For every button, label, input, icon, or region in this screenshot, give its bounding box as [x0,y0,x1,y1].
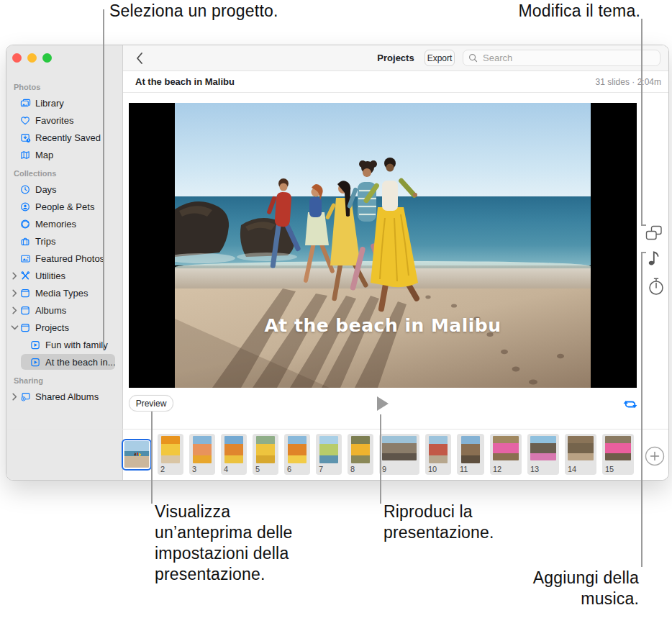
thumbnail-9[interactable]: 9 [379,434,419,475]
thumbnail-7[interactable]: 7 [316,434,342,475]
thumbnail-2[interactable]: 2 [158,434,183,475]
close-window-button[interactable] [12,53,22,63]
chevron-right-icon[interactable] [11,306,19,314]
sidebar-item-people-pets[interactable]: People & Pets [6,198,122,215]
loop-icon[interactable] [622,397,638,412]
sidebar-section-title-collections: Collections [6,166,122,181]
timer-icon[interactable] [648,277,665,296]
thumbnail-5[interactable]: 5 [253,434,278,475]
sidebar-item-utilities[interactable]: Utilities [6,267,122,284]
theme-icon[interactable] [645,225,663,241]
sidebar-item-label: Fun with family [45,340,108,350]
map-icon [19,149,32,160]
thumbnail-divider [6,429,668,430]
thumbnail-14[interactable]: 14 [565,434,596,475]
search-icon [468,53,478,63]
play-square-icon [29,356,42,368]
people-icon [19,201,32,212]
sidebar-item-label: Trips [35,236,55,247]
thumbnail-image [288,436,307,463]
slide-preview[interactable]: At the beach in Malibu [129,103,637,388]
thumbnail-number: 7 [319,465,323,473]
chevron-right-icon[interactable] [11,393,19,401]
sidebar-item-albums[interactable]: Albums [6,301,122,319]
featured-icon [19,253,32,264]
sidebar-item-map[interactable]: Map [6,146,122,163]
slide-title-text: At the beach in Malibu [175,315,591,336]
sidebar-item-favorites[interactable]: Favorites [6,112,122,129]
sidebar-item-recently-saved[interactable]: Recently Saved [6,129,122,146]
thumbnail-number: 11 [460,465,468,473]
sidebar-item-projects[interactable]: Projects [6,319,122,336]
thumbnail-number: 10 [428,465,437,473]
sidebar-item-media-types[interactable]: Media Types [6,284,122,301]
thumbnail-image [530,436,556,460]
preview-button[interactable]: Preview [129,395,173,412]
thumbnail-number: 5 [255,465,260,473]
sidebar-item-featured-photos[interactable]: Featured Photos [6,250,122,267]
toolbar: Projects Export [123,45,668,71]
thumbnail-image [382,436,417,460]
recently-saved-icon [19,132,32,143]
project-title: At the beach in Malibu [135,76,235,87]
sidebar-item-memories[interactable]: Memories [6,215,122,232]
thumbnail-4[interactable]: 4 [221,434,247,475]
sidebar-item-label: Projects [35,322,69,333]
thumbnail-8[interactable]: 8 [348,434,373,475]
thumbnail-3[interactable]: 3 [189,434,215,475]
thumbnail-image [256,436,275,463]
square-icon [19,322,32,333]
thumbnail-1[interactable] [122,439,152,471]
memories-icon [19,218,32,230]
callout-preview-settings: Visualizza un’anteprima delle impostazio… [155,501,293,585]
chevron-right-icon[interactable] [11,289,19,297]
sidebar-item-at-the-beach-in[interactable]: At the beach in... [6,353,122,371]
chevron-down-icon[interactable] [11,325,19,330]
thumbnail-10[interactable]: 10 [425,434,451,475]
sidebar-section-title-sharing: Sharing [6,373,122,388]
thumbnail-image [461,436,480,463]
chevron-right-icon[interactable] [11,272,19,280]
thumbnail-6[interactable]: 6 [284,434,310,475]
project-header: At the beach in Malibu 31 slides · 2:04m [123,71,668,93]
callout-line-preview [151,412,153,504]
thumbnail-11[interactable]: 11 [457,434,484,475]
thumbnail-number: 3 [192,465,196,473]
sidebar-item-label: Library [35,98,64,109]
thumbnail-12[interactable]: 12 [490,434,522,475]
sidebar-item-library[interactable]: Library [6,94,122,112]
thumbnail-number: 14 [568,465,576,473]
callout-line-play [380,414,381,504]
shared-albums-icon [19,391,32,402]
music-icon[interactable] [648,250,660,266]
play-button[interactable] [376,396,390,412]
thumbnail-image [351,436,370,463]
thumbnail-image [124,441,150,468]
search-input[interactable] [481,52,655,64]
sidebar-item-trips[interactable]: Trips [6,232,122,250]
utilities-icon [19,270,32,281]
thumbnail-image [193,436,212,463]
sidebar-item-label: Featured Photos [35,253,104,264]
zoom-window-button[interactable] [42,53,52,63]
search-field[interactable] [463,50,660,66]
sidebar-item-shared-albums[interactable]: Shared Albums [6,388,122,405]
sidebar-item-days[interactable]: Days [6,181,122,198]
callout-line-add-music [641,252,643,567]
minimize-window-button[interactable] [27,53,37,63]
thumbnail-image [493,436,519,460]
thumbnail-number: 12 [493,465,501,473]
thumbnail-15[interactable]: 15 [602,434,634,475]
thumbnail-13[interactable]: 13 [527,434,559,475]
add-slide-icon[interactable] [645,446,665,466]
square-icon [19,304,32,316]
export-button[interactable]: Export [424,50,455,66]
sidebar-item-label: Memories [35,219,76,230]
thumbnail-number: 9 [382,465,386,473]
thumbnail-number: 6 [287,465,291,473]
sidebar-item-fun-with-family[interactable]: Fun with family [6,336,122,353]
thumbnail-number: 4 [224,465,228,473]
sidebar-item-label: Media Types [35,288,88,299]
thumbnail-image [568,436,594,460]
window-controls [12,53,52,63]
